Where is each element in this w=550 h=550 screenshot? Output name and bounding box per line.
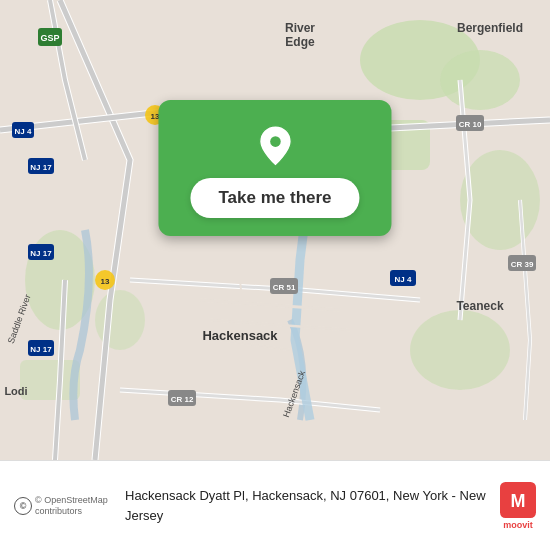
svg-text:NJ 4: NJ 4 [395,275,412,284]
svg-text:CR 39: CR 39 [511,260,534,269]
take-me-there-button[interactable]: Take me there [190,178,359,218]
osm-attribution: © © OpenStreetMap contributors [14,495,115,517]
address-text: Hackensack Dyatt Pl, Hackensack, NJ 0760… [125,488,486,522]
svg-text:GSP: GSP [40,33,59,43]
svg-text:NJ 4: NJ 4 [15,127,32,136]
svg-text:Teaneck: Teaneck [456,299,503,313]
svg-text:CR 12: CR 12 [171,395,194,404]
moovit-label: moovit [503,520,533,530]
svg-text:NJ 17: NJ 17 [30,345,52,354]
svg-text:NJ 17: NJ 17 [30,249,52,258]
green-action-area: Take me there [158,100,391,236]
svg-point-46 [270,136,281,147]
osm-text: © OpenStreetMap contributors [35,495,115,517]
svg-text:River: River [285,21,315,35]
moovit-icon: M [500,482,536,518]
svg-point-2 [440,50,520,110]
osm-icon: © [14,497,32,515]
svg-text:Hackensack: Hackensack [202,328,278,343]
address-info: Hackensack Dyatt Pl, Hackensack, NJ 0760… [125,486,490,524]
svg-text:CR 51: CR 51 [273,283,296,292]
svg-point-7 [410,310,510,390]
svg-point-6 [95,290,145,350]
svg-text:Lodi: Lodi [4,385,27,397]
svg-text:Edge: Edge [285,35,315,49]
svg-text:Bergenfield: Bergenfield [457,21,523,35]
location-pin-icon [253,124,297,168]
moovit-logo: M moovit [500,482,536,530]
svg-text:CR 10: CR 10 [459,120,482,129]
map-view: GSP NJ 4 NJ 17 NJ 17 NJ 17 13 13 NJ 4 CR… [0,0,550,460]
svg-text:M: M [511,491,526,511]
svg-text:13: 13 [101,277,110,286]
button-overlay: Take me there [158,100,391,236]
bottom-bar: © © OpenStreetMap contributors Hackensac… [0,460,550,550]
svg-text:NJ 17: NJ 17 [30,163,52,172]
